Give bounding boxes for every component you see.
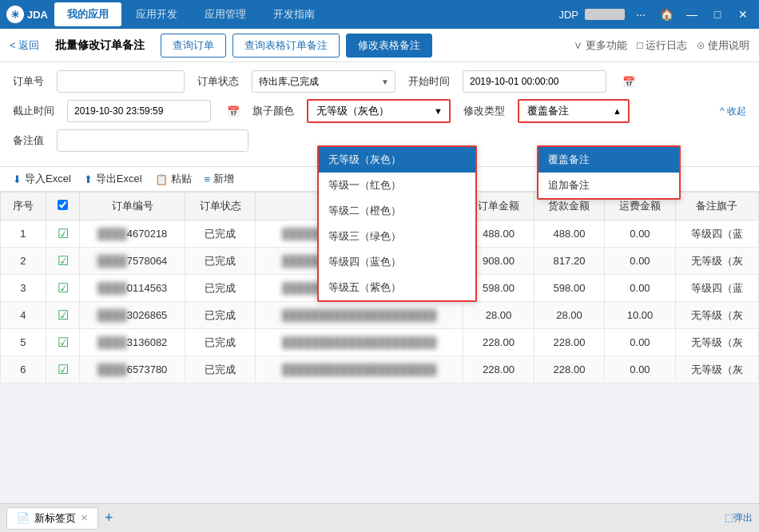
cell-shipping: 0.00 <box>605 220 675 248</box>
cell-order-id: ████7578064 <box>80 248 185 275</box>
cell-check[interactable]: ☑ <box>46 248 79 275</box>
cell-check[interactable]: ☑ <box>46 220 79 248</box>
cell-seq: 3 <box>1 275 46 302</box>
app-name: JDA <box>27 9 48 21</box>
pop-button[interactable]: ⬚弹出 <box>725 511 753 525</box>
cell-status: 已完成 <box>185 248 255 275</box>
cell-check[interactable]: ☑ <box>46 302 79 329</box>
query-order-button[interactable]: 查询订单 <box>161 34 226 58</box>
new-icon: ≡ <box>205 173 211 185</box>
help[interactable]: ⊙ 使用说明 <box>697 38 749 53</box>
order-no-input[interactable] <box>57 70 185 93</box>
modify-type-dropdown-trigger[interactable]: 覆盖备注 ▲ <box>518 99 630 123</box>
nav-tab-appmgmt[interactable]: 应用管理 <box>192 2 259 26</box>
cell-status: 已完成 <box>185 302 255 329</box>
collapse-button[interactable]: ^ 收起 <box>720 105 746 118</box>
tab-close-icon[interactable]: ✕ <box>81 513 88 523</box>
cell-seq: 2 <box>1 248 46 275</box>
flag-option-4[interactable]: 等级四（蓝色） <box>319 249 475 275</box>
import-excel-button[interactable]: ⬇ 导入Excel <box>13 172 71 186</box>
flag-option-2[interactable]: 等级二（橙色） <box>319 198 475 224</box>
paste-button[interactable]: 📋 粘贴 <box>155 172 192 186</box>
query-table-order-button[interactable]: 查询表格订单备注 <box>232 34 340 58</box>
flag-dropdown-trigger[interactable]: 无等级（灰色） ▼ <box>307 99 451 123</box>
cell-seq: 1 <box>1 220 46 248</box>
bottom-tab[interactable]: 📄 新标签页 ✕ <box>6 507 98 530</box>
more-btn[interactable]: ··· <box>631 5 650 24</box>
cell-seq: 4 <box>1 302 46 329</box>
start-time-input[interactable] <box>463 70 606 93</box>
cell-shipping: 0.00 <box>605 248 675 275</box>
paste-icon: 📋 <box>155 173 168 185</box>
cell-status: 已完成 <box>185 220 255 248</box>
tab-icon: 📄 <box>17 512 30 524</box>
back-button[interactable]: < 返回 <box>10 38 39 53</box>
bottom-bar: 📄 新标签页 ✕ + ⬚弹出 <box>0 503 759 532</box>
cell-shipping: 0.00 <box>605 329 675 356</box>
remark-input[interactable] <box>57 129 248 152</box>
order-no-label: 订单号 <box>13 74 44 89</box>
flag-dropdown-list: 无等级（灰色） 等级一（红色） 等级二（橙色） 等级三（绿色） 等级四（蓝色） … <box>317 145 477 302</box>
start-time-label: 开始时间 <box>408 74 450 89</box>
modify-option-1[interactable]: 追加备注 <box>538 173 679 198</box>
cell-shipping: 0.00 <box>605 356 675 383</box>
modify-table-button[interactable]: 修改表格备注 <box>346 34 432 58</box>
cell-goods: █████████████████████ <box>256 329 463 356</box>
home-btn[interactable]: 🏠 <box>657 5 676 24</box>
maximize-btn[interactable]: □ <box>708 5 727 24</box>
import-icon: ⬇ <box>13 173 22 185</box>
cell-goods: █████████████████████ <box>256 302 463 329</box>
nav-tab-devguide[interactable]: 开发指南 <box>260 2 328 26</box>
nav-tab-appdev[interactable]: 应用开发 <box>123 2 190 26</box>
start-time-calendar-icon[interactable]: 📅 <box>622 76 635 88</box>
cell-order-id: ████3136082 <box>80 329 185 356</box>
col-status: 订单状态 <box>185 193 255 220</box>
table-row: 4 ☑ ████3026865 已完成 ████████████████████… <box>1 302 759 329</box>
order-status-select[interactable]: 待出库,已完成 <box>252 70 395 93</box>
cell-status: 已完成 <box>185 356 255 383</box>
order-status-label: 订单状态 <box>197 74 239 89</box>
cell-flag: 无等级（灰 <box>675 329 758 356</box>
run-log[interactable]: □ 运行日志 <box>637 38 687 53</box>
cell-check[interactable]: ☑ <box>46 275 79 302</box>
export-excel-button[interactable]: ⬆ 导出Excel <box>84 172 142 186</box>
minimize-btn[interactable]: — <box>682 5 701 24</box>
col-check[interactable] <box>46 193 79 220</box>
cell-amount: 28.00 <box>463 302 534 329</box>
flag-option-0[interactable]: 无等级（灰色） <box>319 147 475 173</box>
cell-check[interactable]: ☑ <box>46 329 79 356</box>
flag-option-1[interactable]: 等级一（红色） <box>319 173 475 198</box>
flag-option-5[interactable]: 等级五（紫色） <box>319 275 475 300</box>
cell-check[interactable]: ☑ <box>46 356 79 383</box>
paste-label: 粘贴 <box>171 172 192 186</box>
new-button[interactable]: ≡ 新增 <box>205 172 235 186</box>
cell-flag: 等级四（蓝 <box>675 220 758 248</box>
end-time-input[interactable] <box>67 100 211 122</box>
cell-payment: 228.00 <box>534 356 604 383</box>
logo-icon: ☀ <box>6 6 24 23</box>
export-label: 导出Excel <box>96 172 142 186</box>
table-row: 6 ☑ ████6573780 已完成 ████████████████████… <box>1 356 759 383</box>
end-time-calendar-icon[interactable]: 📅 <box>227 105 240 117</box>
modify-option-0[interactable]: 覆盖备注 <box>538 147 679 173</box>
flag-option-3[interactable]: 等级三（绿色） <box>319 224 475 249</box>
flag-color-label: 旗子颜色 <box>252 104 294 118</box>
cell-shipping: 0.00 <box>605 275 675 302</box>
user-name <box>585 9 625 20</box>
more-features[interactable]: ∨ 更多功能 <box>574 38 627 53</box>
nav-tab-myapp[interactable]: 我的应用 <box>54 2 121 26</box>
table-row: 5 ☑ ████3136082 已完成 ████████████████████… <box>1 329 759 356</box>
user-info: JDP <box>558 9 578 21</box>
close-btn[interactable]: ✕ <box>733 5 753 24</box>
flag-dropdown-menu: 无等级（灰色） 等级一（红色） 等级二（橙色） 等级三（绿色） 等级四（蓝色） … <box>317 145 477 302</box>
cell-flag: 等级四（蓝 <box>675 275 758 302</box>
cell-goods: █████████████████████ <box>256 356 463 383</box>
add-tab-button[interactable]: + <box>105 510 113 526</box>
cell-flag: 无等级（灰 <box>675 248 758 275</box>
modify-type-dropdown-list: 覆盖备注 追加备注 <box>537 145 681 200</box>
toolbar-right: ∨ 更多功能 □ 运行日志 ⊙ 使用说明 <box>574 38 749 53</box>
select-all-checkbox[interactable] <box>58 200 68 210</box>
remark-label: 备注值 <box>13 133 44 148</box>
cell-payment: 228.00 <box>534 329 604 356</box>
cell-status: 已完成 <box>185 329 255 356</box>
